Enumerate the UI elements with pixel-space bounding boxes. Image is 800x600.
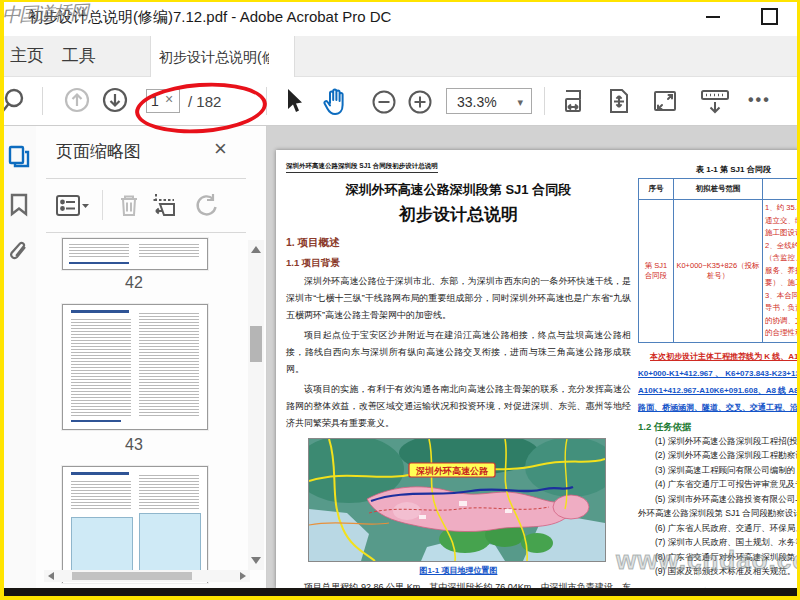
table-scope-line: 的合理性和整体性 xyxy=(765,327,800,340)
paragraph: 深圳外环高速公路位于深圳市北、东部，为深圳市西东向的一条外环快速干线，是深圳市“… xyxy=(286,273,631,324)
section-heading-1-1: 1.1 项目背景 xyxy=(286,257,631,270)
tab-close-icon[interactable]: × xyxy=(165,79,173,119)
page-count-label: / 182 xyxy=(188,93,221,110)
table-scope-line: 3、本合同段的中 xyxy=(765,290,800,303)
location-map-figure: 深圳外环高速公路 xyxy=(308,438,606,562)
thumbnail-page-42[interactable] xyxy=(62,238,208,270)
table-cell-stake-range: K0+000~K35+826（投标桩号） xyxy=(674,200,763,343)
scope-items-link[interactable]: 路面、桥涵涵洞、隧道、交叉、交通工程、沿线设施 xyxy=(638,402,800,413)
bookmarks-icon[interactable] xyxy=(7,192,31,218)
rotate-pages-icon[interactable] xyxy=(192,191,220,219)
zoom-level-value: 33.3% xyxy=(457,94,497,110)
table-scope-line: （含监控、收费、 xyxy=(765,252,800,265)
hand-tool-icon[interactable] xyxy=(320,85,350,117)
paragraph: 该项目的实施，有利于有效沟通各南北向高速公路主骨架的联系，充分发挥高速公路网的整… xyxy=(286,381,631,432)
table-header-seq: 序号 xyxy=(639,179,674,200)
zoom-in-icon[interactable] xyxy=(406,88,434,116)
thumbnail-page-44[interactable] xyxy=(62,466,208,583)
taskbar-edge xyxy=(0,588,800,596)
stake-range-link[interactable]: A10K1+412.967-A10K6+091.608、A8 线 A8K23+1… xyxy=(638,385,800,396)
pdf-page: 深圳外环高速公路深圳段 SJ1 合同段初步设计总说明 深圳外环高速公路深圳段第 … xyxy=(276,150,800,588)
table-scope-line: 通立交、绿化、路基 xyxy=(765,215,800,228)
minimize-button[interactable] xyxy=(706,16,720,18)
zoom-out-icon[interactable] xyxy=(370,88,398,116)
site-watermark: www.cndao.com xyxy=(616,545,800,576)
panel-close-icon[interactable]: × xyxy=(214,136,227,162)
thumbnail-horizontal-scrollbar[interactable] xyxy=(44,570,250,582)
reference-item: (1) 深圳外环高速公路深圳段工程招(投)标文 xyxy=(638,434,800,449)
attachments-icon[interactable] xyxy=(7,240,31,266)
screenshot-border xyxy=(0,0,4,600)
navigation-pane-strip xyxy=(0,126,37,588)
tab-bar: 主页 工具 初步设计总说明(修... × ? xyxy=(0,36,800,77)
scrollbar-thumb[interactable] xyxy=(72,572,192,580)
paragraph: 项目起点位于宝安区沙井附近与在建沿江高速公路相接，终点与盐坝高速公路相接，路线自… xyxy=(286,327,631,378)
table-scope-line: 导书，负责全线（含 xyxy=(765,302,800,315)
more-tools-icon[interactable]: ••• xyxy=(748,91,771,109)
fit-page-icon[interactable] xyxy=(604,86,634,116)
scroll-right-icon[interactable] xyxy=(240,572,246,580)
chevron-down-icon: ▾ xyxy=(517,89,523,115)
next-page-icon[interactable] xyxy=(100,85,130,115)
table-scope-line: 服务、养护设施及 xyxy=(765,265,800,278)
panel-title: 页面缩略图 xyxy=(56,140,141,163)
screenshot-border xyxy=(0,596,800,600)
scroll-left-icon[interactable] xyxy=(48,572,54,580)
reference-item: 外环高速公路深圳段第 SJ1 合同段勘察设计合同。 xyxy=(638,506,800,521)
tab-document[interactable]: 初步设计总说明(修... × xyxy=(150,36,295,77)
screenshot-border xyxy=(0,0,800,2)
document-title: 深圳外环高速公路深圳段第 SJ1 合同段 xyxy=(286,181,631,199)
reference-item: (6) 广东省人民政府、交通厅、环保局、国土 xyxy=(638,521,800,536)
table-scope-line: 的协调、文件汇总 xyxy=(765,315,800,328)
table-scope-line: 2、全线约 76km（ xyxy=(765,240,800,253)
figure-caption: 图1-1 项目地理位置图 xyxy=(286,565,631,576)
thumbnail-vertical-scrollbar[interactable] xyxy=(248,240,264,570)
previous-page-icon[interactable] xyxy=(62,85,92,115)
table-header-scope xyxy=(763,179,800,200)
recommended-line-red: 本次初步设计主体工程推荐线为 K 线、A1 xyxy=(638,351,800,362)
tab-tools[interactable]: 工具 xyxy=(52,36,106,76)
acrobat-window: 中国道桥网 初步设计总说明(修编)7.12.pdf - Adobe Acroba… xyxy=(0,0,800,600)
page-thumbnails-icon[interactable] xyxy=(7,144,31,170)
running-header: 深圳外环高速公路深圳段 SJ1 合同段初步设计总说明 xyxy=(286,162,438,173)
thumbnail-options-icon[interactable] xyxy=(54,192,90,220)
page-thumbnails-panel: 页面缩略图 × xyxy=(36,126,267,588)
scroll-up-icon[interactable] xyxy=(251,246,261,253)
tab-home[interactable]: 主页 xyxy=(0,36,54,76)
reference-item: (4) 广东省交通厅工可报告评审意见及专家意 xyxy=(638,477,800,492)
reference-item: (2) 深圳外环高速公路深圳段工程勘察设计中 xyxy=(638,448,800,463)
map-route-label: 深圳外环高速公路 xyxy=(415,466,489,476)
document-subtitle: 初步设计总说明 xyxy=(286,203,631,226)
thumbnail-label: 42 xyxy=(62,274,206,292)
document-viewer[interactable]: 深圳外环高速公路深圳段 SJ1 合同段初步设计总说明 深圳外环高速公路深圳段第 … xyxy=(267,126,800,588)
thumbnail-page-43[interactable] xyxy=(62,304,208,430)
title-bar: 中国道桥网 初步设计总说明(修编)7.12.pdf - Adobe Acroba… xyxy=(0,0,800,36)
section-heading-1-2: 1.2 任务依据 xyxy=(638,421,800,434)
table-cell-contract-id: 第 SJ1 合同段 xyxy=(639,200,674,343)
table-header-range: 初拟桩号范围 xyxy=(674,179,763,200)
toolbar: / 182 33.3% ▾ xyxy=(0,77,800,126)
paragraph: 项目总里程约 92.86 公里 Km，其中深圳段长约 76.04Km，由深圳市负… xyxy=(286,579,631,588)
zoom-level-select[interactable]: 33.3% ▾ xyxy=(446,88,532,114)
fullscreen-icon[interactable] xyxy=(650,87,680,117)
stake-range-link[interactable]: K0+000-K1+412.967 、 K6+073.843-K23+130.2… xyxy=(638,368,800,379)
select-tool-icon[interactable] xyxy=(282,87,306,115)
delete-pages-icon[interactable] xyxy=(116,191,142,219)
maximize-button[interactable] xyxy=(761,8,778,25)
tab-document-label: 初步设计总说明(修... xyxy=(159,37,269,77)
reference-item: (3) 深圳高速工程顾问有限公司编制的《深圳 xyxy=(638,463,800,478)
reference-item: (5) 深圳市外环高速公路投资有限公司与中交 xyxy=(638,492,800,507)
thumbnail-label: 43 xyxy=(62,436,206,454)
table-cell-scope: 1、约 35.8km 高速通立交、绿化、路基施工图设计)、工程2、全线约 76k… xyxy=(763,200,800,343)
search-icon[interactable] xyxy=(2,87,28,113)
crop-pages-icon[interactable] xyxy=(150,191,180,219)
corner-watermark: 中国道桥网 xyxy=(2,0,88,28)
table-caption: 表 1-1 第 SJ1 合同段 xyxy=(696,164,800,175)
scrollbar-thumb[interactable] xyxy=(250,326,262,362)
section-heading-1: 1. 项目概述 xyxy=(286,236,631,250)
table-scope-line: 要）、施工图设计)、 xyxy=(765,277,800,290)
hide-toolbar-icon[interactable] xyxy=(698,88,732,116)
scroll-down-icon[interactable] xyxy=(251,557,261,564)
table-scope-line: 1、约 35.8km 高速 xyxy=(765,202,800,215)
fit-width-icon[interactable] xyxy=(558,87,588,117)
